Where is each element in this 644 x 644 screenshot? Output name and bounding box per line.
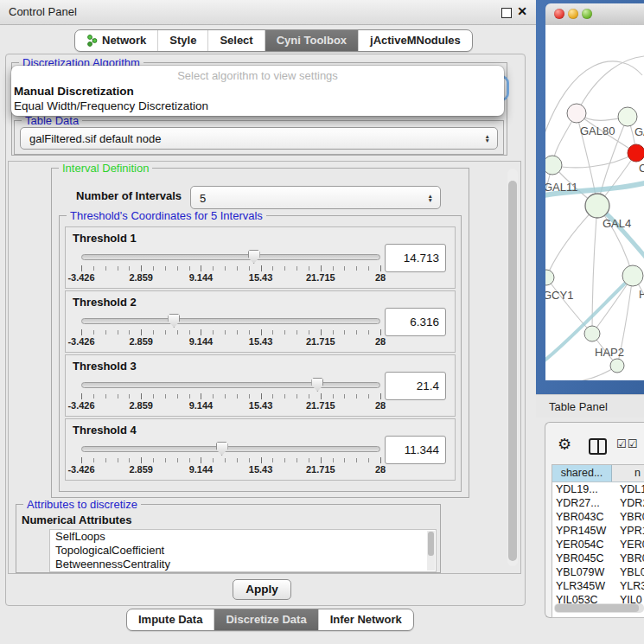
popup-item-equal-width-frequency[interactable]: Equal Width/Frequency Discretization — [14, 99, 208, 112]
number-of-intervals-value: 5 — [200, 191, 206, 204]
node-label-hap2: HAP2 — [595, 346, 624, 359]
table-row[interactable]: YBL079W YBL0 — [552, 565, 644, 579]
table-row[interactable]: YBR043C YBR0 — [552, 510, 644, 524]
node-label-ga: GA — [634, 125, 644, 138]
scrollbar-thumb[interactable] — [508, 181, 517, 561]
table-panel-title: Table Panel — [549, 400, 608, 413]
scrollbar-thumb[interactable] — [555, 604, 639, 612]
slider-track — [81, 318, 380, 324]
slider-ticks — [81, 266, 380, 271]
popup-item-manual-discretization[interactable]: Manual Discretization — [14, 85, 134, 98]
threshold-4-label: Threshold 4 — [73, 424, 137, 437]
network-view-window: GAL80 GA C GAL11 GAL4 GCY1 H HAP2 — [536, 0, 644, 394]
combo-arrows-icon: ▲▼ — [485, 134, 490, 143]
threshold-3-label: Threshold 3 — [73, 360, 137, 373]
node-label-gal11: GAL11 — [545, 181, 578, 194]
panel-title: Control Panel — [9, 5, 77, 18]
table-row[interactable]: YER054C YER0 — [552, 538, 644, 552]
table-data-value: galFiltered.sif default node — [29, 132, 161, 145]
column-header-shared[interactable]: shared... — [552, 465, 612, 481]
close-traffic-light[interactable] — [554, 9, 564, 19]
settings-vertical-scrollbar[interactable] — [507, 169, 518, 566]
table-row[interactable]: YBR045C YBR0 — [552, 552, 644, 565]
threshold-4-value-field[interactable]: 11.344 — [385, 436, 446, 464]
table-row[interactable]: YLR345W YLR3 — [552, 579, 644, 593]
attributes-group: Attributes to discretize Numerical Attri… — [16, 504, 441, 573]
slider-track — [81, 382, 380, 388]
node-h — [622, 265, 643, 286]
node-label-c: C — [639, 162, 644, 175]
minimize-traffic-light[interactable] — [568, 9, 578, 19]
apply-button[interactable]: Apply — [233, 579, 291, 600]
table-row[interactable]: YPR145W YPR1 — [552, 524, 644, 538]
threshold-2-slider[interactable]: -3.426 2.859 9.144 15.43 21.715 28 — [81, 314, 380, 350]
network-graph: GAL80 GA C GAL11 GAL4 GCY1 H HAP2 — [545, 25, 644, 380]
tab-cyni-toolbox[interactable]: Cyni Toolbox — [265, 30, 358, 51]
slider-ticks — [81, 458, 380, 462]
table-row[interactable]: YDR27... YDR2 — [552, 496, 644, 510]
threshold-4-slider-thumb[interactable] — [216, 442, 228, 456]
tab-network-label: Network — [102, 30, 146, 51]
columns-icon[interactable] — [589, 438, 607, 455]
threshold-2-value-field[interactable]: 6.316 — [385, 308, 446, 336]
attribute-item[interactable]: BetweennessCentrality — [50, 558, 436, 571]
threshold-1-slider[interactable]: -3.426 2.859 9.144 15.43 21.715 28 — [81, 250, 380, 286]
zoom-traffic-light[interactable] — [582, 9, 592, 19]
threshold-3-slider-thumb[interactable] — [311, 378, 323, 392]
table-panel-header: Table Panel — [536, 394, 644, 418]
threshold-1-panel: Threshold 1 -3.426 2.859 9.144 — [65, 226, 456, 289]
table-panel-body: ⚙ ☑☑ shared... n YDL19... YDL1 YDR27... … — [545, 422, 644, 618]
numerical-attributes-list: SelfLoops TopologicalCoefficient Between… — [49, 529, 437, 572]
threshold-1-value-field[interactable]: 14.713 — [385, 244, 446, 272]
node-label-gal80: GAL80 — [580, 124, 615, 137]
checkbox-icons[interactable]: ☑☑ — [616, 437, 638, 450]
close-icon[interactable]: ✕ — [517, 4, 527, 18]
threshold-3-slider[interactable]: -3.426 2.859 9.144 15.43 21.715 28 — [81, 378, 380, 414]
threshold-1-slider-thumb[interactable] — [248, 250, 260, 264]
algorithm-dropdown-popup: Select algorithm to view settings Manual… — [11, 66, 504, 116]
interval-definition-group: Interval Definition Number of Intervals … — [51, 168, 469, 498]
table-row[interactable]: YDL19... YDL1 — [552, 482, 644, 496]
threshold-3-value-field[interactable]: 21.4 — [385, 372, 446, 400]
threshold-4-panel: Threshold 4 -3.426 2.859 9.144 — [65, 418, 456, 481]
node-label-gal4: GAL4 — [603, 217, 631, 230]
table-data-group: Table Data galFiltered.sif default node … — [14, 120, 504, 155]
table-data-title: Table Data — [22, 114, 82, 127]
tab-infer-network[interactable]: Infer Network — [318, 609, 413, 630]
slider-ticks — [81, 330, 380, 335]
tab-discretize-data[interactable]: Discretize Data — [214, 609, 317, 630]
table-header-row: shared... n — [552, 465, 644, 482]
attribute-item[interactable]: TopologicalCoefficient — [50, 544, 436, 558]
number-of-intervals-label: Number of Intervals — [76, 189, 182, 202]
tab-select[interactable]: Select — [207, 30, 264, 51]
number-of-intervals-combobox[interactable]: 5 ▲▼ — [190, 186, 441, 209]
scrollbar-thumb[interactable] — [428, 532, 434, 556]
node-gcy1 — [545, 270, 554, 285]
table-horizontal-scrollbar[interactable] — [554, 603, 644, 613]
node-label-gcy1: GCY1 — [545, 289, 573, 302]
table-data-combobox[interactable]: galFiltered.sif default node ▲▼ — [20, 127, 498, 150]
thresholds-group: Threshold's Coordinates for 5 Intervals … — [59, 215, 462, 492]
slider-ticks — [81, 394, 380, 399]
network-canvas[interactable]: GAL80 GA C GAL11 GAL4 GCY1 H HAP2 — [545, 25, 644, 380]
bottom-tab-bar: Impute Data Discretize Data Infer Networ… — [126, 609, 414, 631]
tab-impute-data[interactable]: Impute Data — [127, 609, 214, 630]
attributes-list-scrollbar[interactable] — [427, 531, 435, 571]
float-window-icon[interactable] — [501, 8, 512, 18]
tab-style[interactable]: Style — [157, 30, 207, 51]
threshold-2-slider-thumb[interactable] — [168, 314, 180, 328]
top-tab-bar: Network Style Select Cyni Toolbox jActiv… — [74, 29, 473, 52]
tab-network[interactable]: Network — [75, 30, 157, 51]
numerical-attributes-label: Numerical Attributes — [22, 513, 131, 526]
node-top-green — [618, 107, 637, 126]
attribute-item[interactable]: SelfLoops — [50, 530, 436, 544]
network-icon — [86, 35, 98, 47]
tab-jactivemnodules[interactable]: jActiveMNodules — [358, 30, 472, 51]
network-window-titlebar — [545, 3, 644, 26]
node-gal11 — [545, 156, 562, 175]
threshold-1-label: Threshold 1 — [73, 232, 137, 245]
algorithm-prompt: Select algorithm to view settings — [11, 69, 504, 82]
threshold-4-slider[interactable]: -3.426 2.859 9.144 15.43 21.715 28 — [81, 442, 380, 478]
column-header-name[interactable]: n — [612, 465, 644, 481]
gear-icon[interactable]: ⚙ — [558, 437, 571, 452]
